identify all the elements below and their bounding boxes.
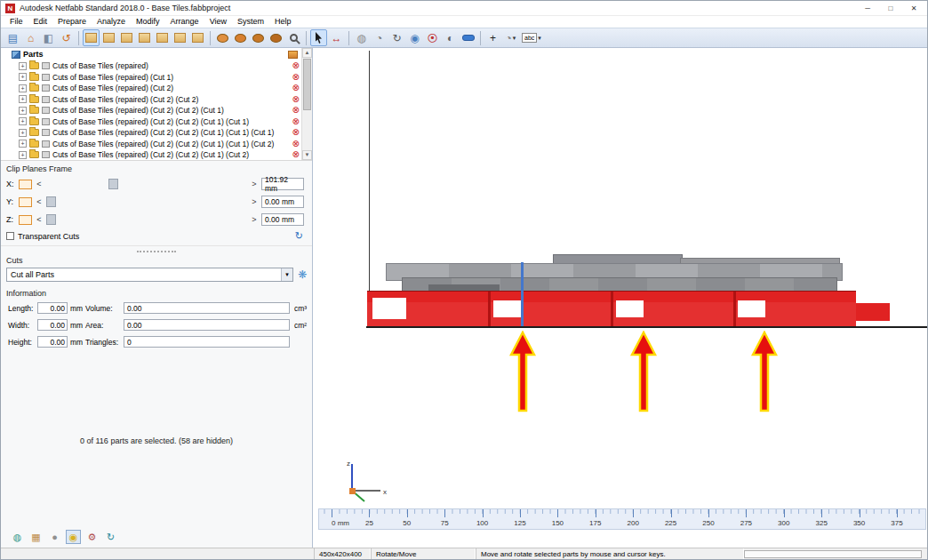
undo-redo-icon[interactable]: ↺ <box>58 29 75 46</box>
remove-part-icon[interactable]: ⊗ <box>292 117 300 126</box>
menu-help[interactable]: Help <box>269 16 297 28</box>
chevron-down-icon[interactable]: ▾ <box>513 35 516 42</box>
slider-increment-button[interactable]: > <box>251 215 258 224</box>
tree-item[interactable]: +Cuts of Base Tiles (repaired) (Cut 2) (… <box>1 116 300 128</box>
tree-item[interactable]: +Cuts of Base Tiles (repaired)⊗ <box>1 60 300 72</box>
edit-mesh-icon[interactable] <box>250 29 267 46</box>
smooth-icon[interactable] <box>232 29 249 46</box>
label-tool-icon[interactable]: abc▾ <box>520 29 543 46</box>
expand-icon[interactable]: + <box>19 140 27 148</box>
menu-modify[interactable]: Modify <box>131 16 165 28</box>
render-mode-icon[interactable]: ⦿ <box>424 29 441 46</box>
remove-part-icon[interactable]: ⊗ <box>292 128 300 137</box>
view-bottom-icon[interactable] <box>189 29 206 46</box>
expand-icon[interactable]: + <box>19 84 27 92</box>
tree-item[interactable]: +Cuts of Base Tiles (repaired) (Cut 1)⊗ <box>1 72 300 84</box>
expand-icon[interactable]: + <box>19 117 27 125</box>
clip-plane-icon[interactable] <box>19 180 32 189</box>
execute-cut-icon[interactable]: ❋ <box>298 269 307 280</box>
view-right-icon[interactable] <box>154 29 171 46</box>
menu-analyze[interactable]: Analyze <box>92 16 131 28</box>
expand-icon[interactable]: + <box>19 107 27 115</box>
open-file-icon[interactable]: ▤ <box>4 29 21 46</box>
measure-icon[interactable] <box>460 29 476 46</box>
view-left-icon[interactable] <box>136 29 153 46</box>
slider-handle[interactable] <box>46 214 56 225</box>
light-icon[interactable]: ◉ <box>66 530 81 544</box>
move-rotate-icon[interactable]: ↔ <box>328 29 345 46</box>
expand-icon[interactable]: + <box>19 73 27 81</box>
expand-icon[interactable]: + <box>19 95 27 103</box>
menu-prepare[interactable]: Prepare <box>52 16 92 28</box>
menu-system[interactable]: System <box>232 16 269 28</box>
remove-part-icon[interactable]: ⊗ <box>292 140 300 148</box>
remove-part-icon[interactable]: ⊗ <box>292 73 300 82</box>
viewport-3d[interactable]: z x 0 mm25507510012515017520022525027530… <box>313 48 927 548</box>
slider-decrement-button[interactable]: < <box>36 215 43 224</box>
tree-item[interactable]: +Cuts of Base Tiles (repaired) (Cut 2) (… <box>1 127 300 139</box>
scrollbar-thumb[interactable] <box>303 59 311 110</box>
package-icon[interactable]: ▦ <box>28 530 44 544</box>
cut-mode-dropdown[interactable]: Cut all Parts ▾ <box>6 268 293 282</box>
sphere-icon[interactable]: ● <box>47 530 62 544</box>
lamp-icon[interactable]: ◍ <box>353 29 370 46</box>
clip-slider[interactable] <box>46 196 247 208</box>
menu-file[interactable]: File <box>4 16 28 28</box>
clip-slider[interactable] <box>46 178 247 190</box>
info-value-field[interactable]: 0 <box>124 336 290 348</box>
shaded-view-icon[interactable]: ◉ <box>406 29 423 46</box>
scroll-down-icon[interactable]: ▼ <box>302 150 312 160</box>
add-part-icon[interactable]: + <box>484 29 501 46</box>
zoom-icon[interactable] <box>285 29 302 46</box>
refresh-icon[interactable]: ↻ <box>103 530 118 544</box>
title-bar[interactable]: N Autodesk Netfabb Standard 2018.0 - Bas… <box>1 1 927 16</box>
maximize-button[interactable]: □ <box>879 2 902 15</box>
transparent-cuts-checkbox[interactable] <box>6 232 14 240</box>
tree-item[interactable]: +Cuts of Base Tiles (repaired) (Cut 2) (… <box>1 149 300 161</box>
tree-item[interactable]: +Cuts of Base Tiles (repaired) (Cut 2) (… <box>1 94 300 106</box>
rotate-view-icon[interactable]: ↻ <box>388 29 405 46</box>
clip-slider[interactable] <box>46 213 247 226</box>
remove-part-icon[interactable]: ⊗ <box>292 84 300 92</box>
cut-tool-icon[interactable]: ◔▾ <box>502 29 519 46</box>
slider-increment-button[interactable]: > <box>251 180 258 188</box>
chevron-down-icon[interactable]: ▾ <box>538 35 541 42</box>
remove-part-icon[interactable]: ⊗ <box>292 106 300 115</box>
slider-increment-button[interactable]: > <box>251 197 258 206</box>
scroll-up-icon[interactable]: ▲ <box>302 48 312 58</box>
slider-decrement-button[interactable]: < <box>36 197 43 206</box>
info-value-field[interactable]: 0.00 <box>124 302 290 314</box>
tree-item[interactable]: +Cuts of Base Tiles (repaired) (Cut 2)⊗ <box>1 83 300 94</box>
view-iso-icon[interactable] <box>83 29 100 46</box>
slider-decrement-button[interactable]: < <box>36 180 43 188</box>
info-value-field[interactable]: 0.00 <box>37 302 68 314</box>
view-front-icon[interactable] <box>100 29 117 46</box>
clip-plane-icon[interactable] <box>19 197 32 207</box>
tree-scrollbar[interactable]: ▲ ▼ <box>301 48 312 160</box>
tree-item[interactable]: +Cuts of Base Tiles (repaired) (Cut 2) (… <box>1 139 300 150</box>
info-value-field[interactable]: 0.00 <box>37 319 68 331</box>
select-tool-icon[interactable] <box>310 29 327 46</box>
clip-value-field[interactable]: 101.92 mm <box>261 178 304 190</box>
info-value-field[interactable]: 0.00 <box>37 336 68 348</box>
info-value-field[interactable]: 0.00 <box>124 319 290 331</box>
save-project-icon[interactable]: ◧ <box>40 29 57 46</box>
boolean-icon[interactable] <box>268 29 284 46</box>
slider-handle[interactable] <box>108 179 118 189</box>
clip-value-field[interactable]: 0.00 mm <box>261 196 304 208</box>
view-top-icon[interactable] <box>172 29 188 46</box>
remove-part-icon[interactable]: ⊗ <box>292 95 300 104</box>
clip-value-field[interactable]: 0.00 mm <box>261 213 304 226</box>
chevron-down-icon[interactable]: ▾ <box>281 268 292 281</box>
close-button[interactable]: ✕ <box>902 2 925 15</box>
remove-part-icon[interactable]: ⊗ <box>292 150 300 159</box>
orbit-view-icon[interactable]: ◔ <box>371 29 388 46</box>
minimize-button[interactable]: ─ <box>856 2 879 15</box>
expand-icon[interactable]: + <box>19 62 27 70</box>
expand-icon[interactable]: + <box>19 151 27 159</box>
update-view-icon[interactable]: ↻ <box>295 231 303 241</box>
remove-part-icon[interactable]: ⊗ <box>292 61 300 70</box>
new-project-icon[interactable]: ⌂ <box>22 29 39 46</box>
view-back-icon[interactable] <box>118 29 135 46</box>
wireframe-icon[interactable]: ◐ <box>442 29 459 46</box>
